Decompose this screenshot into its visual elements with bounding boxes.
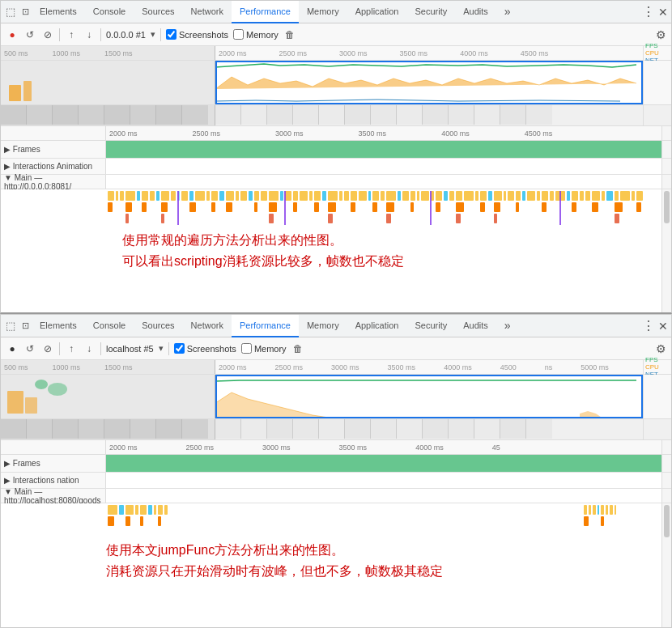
more-options-icon[interactable]: ⋮ xyxy=(642,4,655,19)
tab-elements-2[interactable]: Elements xyxy=(32,315,85,337)
interactions-label-2[interactable]: ▶ Interactions nation xyxy=(1,473,106,488)
download-icon-2[interactable]: ↓ xyxy=(83,342,96,355)
overview-ruler-top-2: 500 ms 1000 ms 1500 ms 2000 ms 2500 ms 3… xyxy=(1,360,671,375)
tab-console-2[interactable]: Console xyxy=(85,315,134,337)
tab-sources[interactable]: Sources xyxy=(134,1,182,23)
download-icon[interactable]: ↓ xyxy=(83,28,96,41)
frames-label-2[interactable]: ▶ Frames xyxy=(1,455,106,472)
screenshots-checkbox[interactable] xyxy=(166,29,177,40)
screenshots-checkbox-2[interactable] xyxy=(174,343,185,354)
device-icon[interactable]: ⊡ xyxy=(19,6,32,19)
settings-gear-icon-2[interactable]: ⚙ xyxy=(656,342,666,355)
flamechart-scrollbar-v[interactable] xyxy=(661,189,671,312)
tab-memory-2[interactable]: Memory xyxy=(299,315,347,337)
flamechart-area-1: 使用常规的遍历方法分析出来的性图。 可以看出scripting消耗资源比较多，帧… xyxy=(1,189,671,312)
trash-icon-2[interactable]: 🗑 xyxy=(291,342,304,355)
tab-more[interactable]: » xyxy=(496,1,519,23)
screenshot-thumb-2 xyxy=(79,419,104,439)
close-icon-2[interactable]: ✕ xyxy=(658,320,668,333)
tab-audits[interactable]: Audits xyxy=(455,1,496,23)
svg-rect-3 xyxy=(116,191,118,201)
svg-rect-46 xyxy=(421,191,429,201)
ruler-pad xyxy=(1,126,106,140)
overview-mini-chart-left-2 xyxy=(1,375,215,419)
upload-icon-2[interactable]: ↑ xyxy=(65,342,78,355)
screenshot-thumb xyxy=(215,105,241,125)
svg-point-118 xyxy=(48,383,67,396)
interactions-label-1[interactable]: ▶ Interactions Animation xyxy=(1,159,106,174)
refresh-record-icon[interactable]: ↺ xyxy=(23,28,36,41)
refresh-record-icon-2[interactable]: ↺ xyxy=(23,342,36,355)
screenshot-thumb-2 xyxy=(397,419,423,439)
screenshots-checkbox-label[interactable]: Screenshots xyxy=(166,29,228,40)
tab-performance-2[interactable]: Performance xyxy=(232,315,299,337)
url-dropdown-2[interactable]: ▾ xyxy=(159,343,164,354)
flamechart-scrollbar-v-2[interactable] xyxy=(661,503,671,627)
flamechart-svg-2 xyxy=(1,503,671,627)
memory-checkbox-label[interactable]: Memory xyxy=(233,29,279,40)
interactions-scrollbar[interactable] xyxy=(661,159,671,174)
overview-left-grey xyxy=(1,61,215,104)
device-icon-2[interactable]: ⊡ xyxy=(19,320,32,333)
main-thread-row-1: ▼ Main — http://0.0.0.0:8081/ xyxy=(1,175,671,189)
svg-rect-39 xyxy=(372,191,379,201)
stop-icon-2[interactable]: ⊘ xyxy=(41,342,54,355)
settings-gear-icon[interactable]: ⚙ xyxy=(656,28,666,41)
tab-security[interactable]: Security xyxy=(406,1,455,23)
frames-scrollbar[interactable] xyxy=(661,141,671,158)
tab-performance[interactable]: Performance xyxy=(232,1,299,23)
inspect-icon[interactable]: ⬚ xyxy=(4,6,17,19)
memory-checkbox[interactable] xyxy=(233,29,244,40)
svg-rect-61 xyxy=(527,191,535,201)
svg-rect-42 xyxy=(398,191,401,201)
svg-rect-77 xyxy=(108,202,113,212)
svg-rect-112 xyxy=(284,191,286,225)
tab-more-2[interactable]: » xyxy=(496,315,519,337)
svg-rect-19 xyxy=(226,191,234,201)
scrollbar-v-2[interactable] xyxy=(661,440,671,454)
frames-scrollbar-2[interactable] xyxy=(661,455,671,472)
fps-side-labels-2 xyxy=(643,375,671,418)
tab-sources-2[interactable]: Sources xyxy=(134,315,182,337)
upload-icon[interactable]: ↑ xyxy=(65,28,78,41)
svg-rect-41 xyxy=(386,191,396,201)
stop-icon[interactable]: ⊘ xyxy=(41,28,54,41)
main-scrollbar-2[interactable] xyxy=(661,489,671,503)
more-options-icon-2[interactable]: ⋮ xyxy=(642,318,655,333)
scrollbar-v[interactable] xyxy=(661,126,671,140)
main-scrollbar-1[interactable] xyxy=(661,175,671,189)
record-icon-2[interactable]: ● xyxy=(6,342,19,355)
frames-content-1 xyxy=(106,141,661,158)
record-icon[interactable]: ● xyxy=(6,28,19,41)
trash-icon[interactable]: 🗑 xyxy=(283,28,296,41)
tab-network[interactable]: Network xyxy=(183,1,232,23)
screenshot-thumb xyxy=(156,105,182,125)
screenshots-checkbox-label-2[interactable]: Screenshots xyxy=(174,343,236,354)
svg-rect-130 xyxy=(108,516,114,526)
tab-network-2[interactable]: Network xyxy=(183,315,232,337)
svg-rect-50 xyxy=(449,191,454,201)
tab-security-2[interactable]: Security xyxy=(406,315,455,337)
close-icon[interactable]: ✕ xyxy=(658,6,668,19)
scrollbar-thumb[interactable] xyxy=(664,191,670,223)
tab-console[interactable]: Console xyxy=(85,1,134,23)
scrollbar-thumb-2[interactable] xyxy=(664,505,670,537)
tab-application-2[interactable]: Application xyxy=(347,315,407,337)
svg-rect-102 xyxy=(636,202,641,212)
fps-labels-1: FPS CPU NET xyxy=(643,46,671,60)
screenshot-thumb xyxy=(293,105,319,125)
tab-memory[interactable]: Memory xyxy=(299,1,347,23)
frames-label-1[interactable]: ▶ Frames xyxy=(1,141,106,158)
url-dropdown[interactable]: ▾ xyxy=(151,29,155,40)
screenshot-thumb-2 xyxy=(474,419,500,439)
tab-audits-2[interactable]: Audits xyxy=(455,315,496,337)
screenshot-thumb xyxy=(241,105,267,125)
tab-elements[interactable]: Elements xyxy=(32,1,85,23)
inspect-icon-2[interactable]: ⬚ xyxy=(4,320,17,333)
memory-checkbox-2[interactable] xyxy=(241,343,252,354)
svg-rect-127 xyxy=(154,505,156,515)
svg-rect-28 xyxy=(293,191,298,201)
interactions-scrollbar-2[interactable] xyxy=(661,473,671,488)
tab-application[interactable]: Application xyxy=(347,1,407,23)
memory-checkbox-label-2[interactable]: Memory xyxy=(241,343,287,354)
